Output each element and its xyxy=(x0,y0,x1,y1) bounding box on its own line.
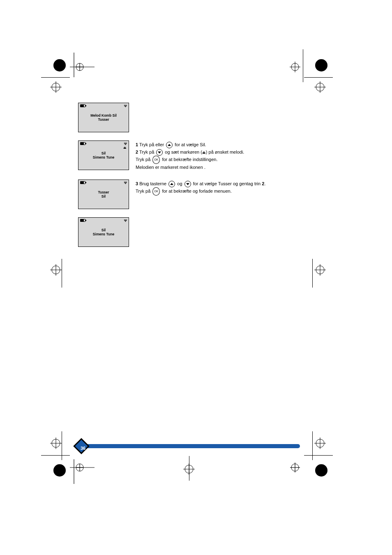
step-3-1c: for at vælge Tusser og gentag trin xyxy=(192,181,261,186)
reg-vline-bl xyxy=(62,431,62,460)
screen-1-text: Melod Komb Sil Tusser xyxy=(78,113,129,122)
down-arrow-button[interactable] xyxy=(184,181,191,187)
reg-corner-bl xyxy=(70,455,99,484)
step-3-text: 3 Brug tasterne og for at vælge Tusser o… xyxy=(136,180,265,196)
reg-cross-bot-left-a xyxy=(50,438,62,449)
antenna-icon: Ψ xyxy=(124,104,127,108)
reg-cross-mid-left xyxy=(50,264,62,276)
phone-screen-2: Ψ ⏏ Sil Simens Tune xyxy=(78,140,129,170)
page-content: Ψ Melod Komb Sil Tusser Ψ ⏏ Sil Simens T… xyxy=(78,103,300,255)
reg-hline-tl xyxy=(41,77,70,78)
antenna-icon: Ψ xyxy=(124,219,127,223)
step-row-4: Ψ Sil Simens Tune xyxy=(78,217,300,247)
up-arrow-button[interactable] xyxy=(168,181,175,187)
svg-point-14 xyxy=(315,59,327,71)
step-2-1c: ) på ønsket melodi. xyxy=(206,150,244,154)
reg-hatch-top-right xyxy=(314,58,328,72)
step-2-1a: Tryk på xyxy=(138,150,155,154)
battery-icon xyxy=(80,219,85,222)
battery-icon xyxy=(80,104,85,107)
reg-vline-mr xyxy=(312,259,313,288)
reg-corner-br xyxy=(287,459,303,476)
reg-hatch-bot-left xyxy=(53,463,67,477)
reg-cross-top-right-b xyxy=(314,81,326,93)
step-3-2b: for at bekræfte og forlade menuen. xyxy=(161,189,231,193)
step-3-ref: 2 xyxy=(262,181,264,186)
battery-icon xyxy=(80,181,85,184)
step-3-1b: og xyxy=(176,181,183,186)
reg-hatch-top-left xyxy=(53,58,67,72)
reg-vline-bc xyxy=(189,456,189,481)
step-2-3: Melodien er markeret med ikonen . xyxy=(136,165,205,170)
step-3-1a: Brug tasterne xyxy=(138,181,168,186)
reg-cross-top-right-a xyxy=(290,62,300,72)
step-row-1: Ψ Melod Komb Sil Tusser xyxy=(78,103,300,132)
svg-point-44 xyxy=(315,464,327,477)
step-1-2-text: 1 Tryk på eller for at vælge Sil. 2 Tryk… xyxy=(136,140,244,171)
up-arrow-button[interactable] xyxy=(166,142,173,148)
down-arrow-button[interactable] xyxy=(156,149,163,156)
reg-vline-br xyxy=(312,431,313,460)
reg-hline-tr xyxy=(304,77,333,78)
step-1b: for at vælge Sil. xyxy=(173,142,206,147)
step-row-2: Ψ ⏏ Sil Simens Tune 1 Tryk på eller for … xyxy=(78,140,300,171)
phone-screen-3: Ψ Tusser Sil xyxy=(78,180,129,209)
reg-hline-bl xyxy=(41,455,70,456)
step-2-2b: for at bekræfte indstillingen. xyxy=(161,157,217,162)
step-3-2a: Tryk på xyxy=(136,189,152,193)
reg-cross-bot-right-a xyxy=(314,438,326,449)
svg-point-1 xyxy=(53,59,66,71)
footer-bar: 36 xyxy=(78,444,300,448)
phone-screen-1: Ψ Melod Komb Sil Tusser xyxy=(78,103,129,132)
screen-3-text: Tusser Sil xyxy=(78,190,129,198)
page-number: 36 xyxy=(81,446,85,451)
reg-hatch-bot-right xyxy=(314,463,328,477)
page-footer: 36 xyxy=(78,444,300,448)
step-2-2a: Tryk på xyxy=(136,157,152,162)
reg-cross-mid-right xyxy=(314,264,326,276)
step-2-1b: og sæt markøren ( xyxy=(164,150,202,154)
ok-button[interactable] xyxy=(152,187,160,196)
ok-button[interactable] xyxy=(152,156,160,164)
screen-2-text: Sil Simens Tune xyxy=(78,151,129,159)
reg-hline-br xyxy=(304,455,333,456)
step-1a: Tryk på eller xyxy=(138,142,165,147)
cursor-icon: ⏏ xyxy=(202,150,206,154)
reg-corner-tl xyxy=(70,53,99,81)
battery-icon xyxy=(80,142,85,145)
antenna-icon: Ψ xyxy=(124,181,127,185)
screen-4-text: Sil Simens Tune xyxy=(78,228,129,236)
svg-point-28 xyxy=(53,464,66,477)
phone-screen-4: Ψ Sil Simens Tune xyxy=(78,217,129,247)
reg-vline-tr xyxy=(303,49,303,82)
reg-cross-top-left xyxy=(50,81,62,93)
reg-vline-ml xyxy=(62,259,62,288)
step-row-3: Ψ Tusser Sil 3 Brug tasterne og for at v… xyxy=(78,180,300,209)
marker-icon: ⏏ xyxy=(123,146,127,150)
